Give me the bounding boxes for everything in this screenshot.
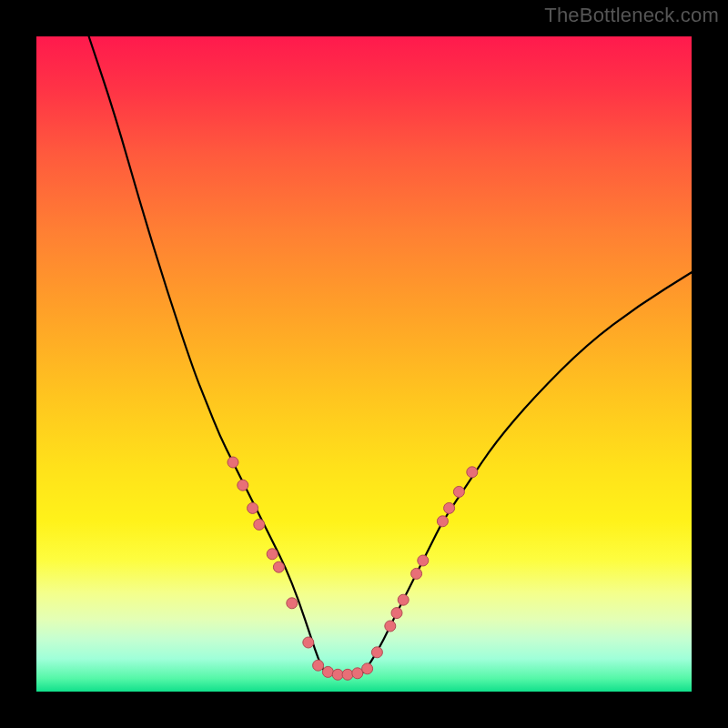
data-marker (398, 594, 409, 605)
data-marker (287, 598, 298, 609)
data-marker (453, 486, 464, 497)
chart-frame: TheBottleneck.com (0, 0, 728, 728)
data-marker (303, 637, 314, 648)
data-marker (444, 502, 455, 513)
data-marker (418, 555, 429, 566)
watermark-text: TheBottleneck.com (544, 4, 719, 27)
data-marker (267, 549, 278, 560)
data-marker (342, 669, 353, 680)
data-marker (362, 663, 373, 674)
data-marker (313, 660, 324, 671)
data-marker (352, 668, 363, 679)
data-marker (332, 669, 343, 680)
data-marker (238, 480, 248, 490)
marker-group (228, 457, 478, 680)
data-marker (411, 568, 422, 579)
plot-area (36, 36, 692, 692)
data-marker (254, 519, 265, 530)
bottleneck-curve (36, 36, 692, 692)
curve-path (89, 36, 692, 675)
data-marker (437, 516, 448, 527)
data-marker (228, 457, 238, 468)
data-marker (385, 621, 396, 632)
data-marker (248, 502, 258, 513)
data-marker (391, 608, 402, 619)
data-marker (371, 647, 382, 658)
data-marker (467, 467, 478, 478)
data-marker (273, 561, 284, 572)
data-marker (322, 666, 333, 677)
